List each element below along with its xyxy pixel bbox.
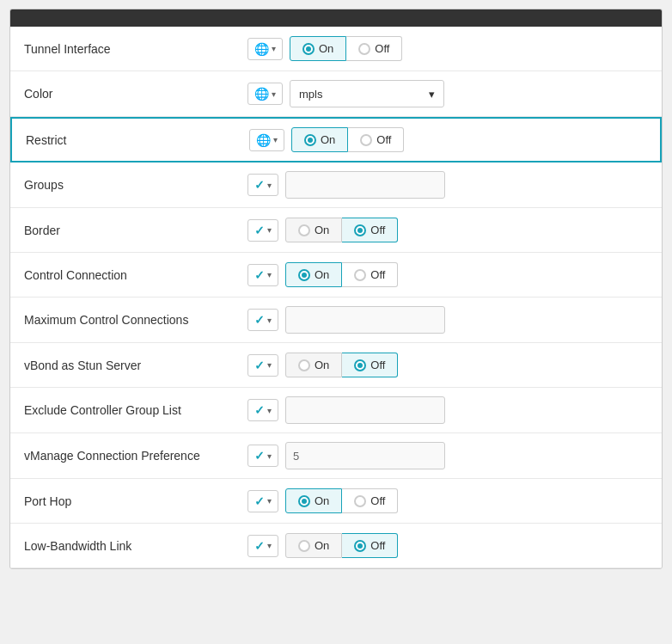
label-vbond-stun: vBond as Stun Server [24,359,247,372]
radio-off-circle-control-connection [354,269,366,281]
chevron-icon: ▾ [267,451,272,461]
check-btn-low-bandwidth[interactable]: ✓▾ [247,535,278,557]
radio-on-circle-vbond-stun [298,359,310,371]
radio-off-circle-vbond-stun [354,359,366,371]
radio-off-circle-low-bandwidth [354,540,366,552]
row-control-connection: Control Connection✓▾ On Off [10,253,662,297]
radio-off-circle-border [354,224,366,236]
radio-on-label-vbond-stun: On [315,359,329,371]
radio-on-low-bandwidth[interactable]: On [285,533,342,558]
controls-vmanage-preference: ✓▾ [247,442,648,469]
check-btn-border[interactable]: ✓▾ [247,219,278,242]
radio-on-label-port-hop: On [315,494,329,507]
globe-btn-restrict[interactable]: 🌐▾ [249,129,284,151]
chevron-icon: ▾ [273,135,278,144]
chevron-icon: ▾ [267,496,272,506]
radio-on-tunnel-interface[interactable]: On [290,36,346,61]
radio-off-tunnel-interface[interactable]: Off [346,36,402,61]
dropdown-value-color: mpls [299,88,322,101]
text-input-groups[interactable] [285,171,445,199]
radio-on-control-connection[interactable]: On [285,262,342,287]
globe-icon: 🌐 [256,133,271,147]
check-btn-vbond-stun[interactable]: ✓▾ [247,354,278,377]
label-exclude-controller: Exclude Controller Group List [24,403,247,417]
radio-off-vbond-stun[interactable]: Off [342,353,398,377]
radio-off-circle-port-hop [354,495,366,507]
check-btn-vmanage-preference[interactable]: ✓▾ [247,445,278,467]
chevron-icon: ▾ [267,181,272,190]
row-color: Color🌐▾ mpls ▾ [10,71,662,117]
radio-off-circle-tunnel-interface [358,43,370,55]
radio-on-vbond-stun[interactable]: On [285,353,342,377]
radio-on-circle-border [298,224,310,236]
label-max-control-connections: Maximum Control Connections [24,313,247,327]
row-port-hop: Port Hop✓▾ On Off [10,479,662,524]
radio-off-label-port-hop: Off [370,494,385,507]
check-btn-control-connection[interactable]: ✓▾ [247,264,278,286]
radio-on-label-low-bandwidth: On [315,539,329,552]
radio-off-label-tunnel-interface: Off [375,42,389,55]
row-vmanage-preference: vManage Connection Preference✓▾ [10,433,662,479]
radio-on-label-border: On [315,224,329,236]
radio-off-border[interactable]: Off [342,218,398,242]
radio-group-vbond-stun: On Off [285,353,398,377]
chevron-icon: ▾ [272,44,276,53]
radio-off-low-bandwidth[interactable]: Off [342,533,398,558]
radio-off-label-vbond-stun: Off [370,359,385,371]
check-icon: ✓ [254,403,265,417]
controls-exclude-controller: ✓▾ [247,396,648,424]
label-vmanage-preference: vManage Connection Preference [24,449,247,463]
radio-group-low-bandwidth: On Off [285,533,398,558]
radio-on-label-tunnel-interface: On [319,42,333,55]
check-btn-max-control-connections[interactable]: ✓▾ [247,309,278,331]
chevron-icon: ▾ [267,225,272,235]
chevron-icon: ▾ [267,360,272,370]
radio-on-label-restrict: On [321,133,335,146]
globe-btn-color[interactable]: 🌐▾ [247,83,283,105]
check-icon: ✓ [254,494,265,508]
label-tunnel-interface: Tunnel Interface [24,42,247,56]
radio-group-control-connection: On Off [285,262,398,287]
row-exclude-controller: Exclude Controller Group List✓▾ [10,388,662,433]
controls-vbond-stun: ✓▾ On Off [247,353,648,377]
text-input-vmanage-preference[interactable] [285,442,445,469]
chevron-icon: ▾ [267,406,272,415]
row-vbond-stun: vBond as Stun Server✓▾ On Off [10,343,662,388]
controls-control-connection: ✓▾ On Off [247,262,648,287]
radio-on-label-control-connection: On [315,268,329,281]
panel-title [10,9,662,27]
text-input-exclude-controller[interactable] [285,396,445,424]
check-icon: ✓ [254,178,265,192]
radio-on-circle-tunnel-interface [302,43,315,55]
controls-low-bandwidth: ✓▾ On Off [247,533,648,558]
label-control-connection: Control Connection [24,268,247,282]
label-restrict: Restrict [26,133,249,147]
chevron-icon: ▾ [272,89,276,99]
check-icon: ✓ [254,359,265,372]
radio-on-port-hop[interactable]: On [285,488,342,513]
panel-body: Tunnel Interface🌐▾ On Off Color🌐▾ mpls ▾… [10,27,662,568]
radio-off-control-connection[interactable]: Off [342,262,398,287]
text-input-max-control-connections[interactable] [285,306,445,334]
radio-on-restrict[interactable]: On [291,127,348,152]
check-btn-port-hop[interactable]: ✓▾ [247,490,278,512]
tunnel-panel: Tunnel Interface🌐▾ On Off Color🌐▾ mpls ▾… [9,9,663,569]
check-icon: ✓ [254,224,265,237]
label-color: Color [24,87,247,101]
radio-group-restrict: On Off [291,127,404,152]
globe-btn-tunnel-interface[interactable]: 🌐▾ [247,38,283,60]
radio-off-port-hop[interactable]: Off [342,488,398,513]
dropdown-color[interactable]: mpls ▾ [290,80,444,107]
check-btn-exclude-controller[interactable]: ✓▾ [247,399,278,421]
radio-on-border[interactable]: On [285,218,342,242]
radio-group-port-hop: On Off [285,488,398,513]
row-border: Border✓▾ On Off [10,208,662,253]
radio-off-label-border: Off [370,224,385,236]
check-btn-groups[interactable]: ✓▾ [247,174,278,196]
radio-on-circle-low-bandwidth [298,540,310,552]
radio-off-circle-restrict [360,134,372,146]
check-icon: ✓ [254,268,265,282]
row-tunnel-interface: Tunnel Interface🌐▾ On Off [10,27,662,71]
radio-off-restrict[interactable]: Off [348,127,404,152]
controls-border: ✓▾ On Off [247,218,648,242]
